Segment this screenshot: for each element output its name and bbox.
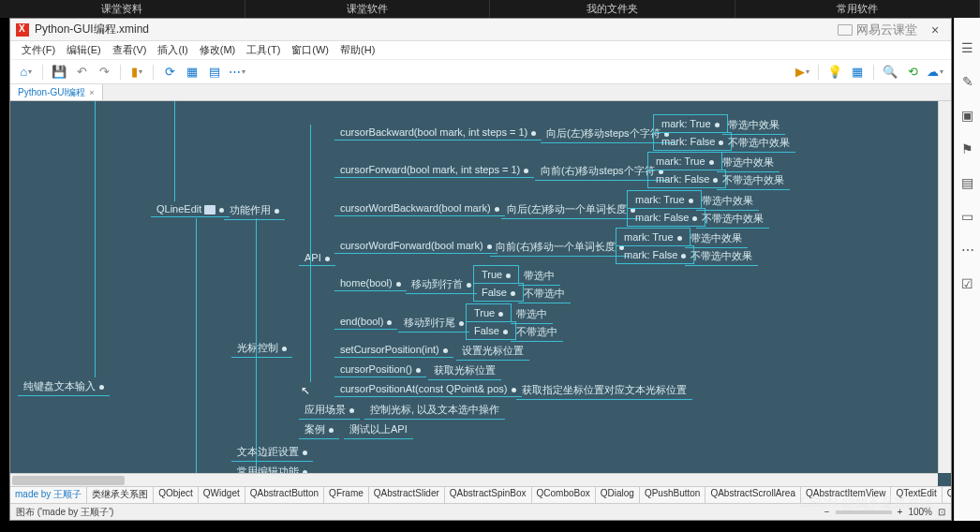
flag-icon[interactable]: ⚑ <box>960 141 975 156</box>
node-app-scene[interactable]: 应用场景 <box>299 401 360 420</box>
folder-button[interactable]: ▮ <box>126 63 147 81</box>
search-button[interactable]: 🔍 <box>880 63 900 81</box>
node-cp-desc[interactable]: 获取光标位置 <box>428 362 501 380</box>
node-cwb-desc[interactable]: 向后(左)移动一个单词长度 <box>501 200 641 219</box>
node-scp-desc[interactable]: 设置光标位置 <box>456 342 529 361</box>
scrollbar-thumb[interactable] <box>12 476 125 485</box>
sheet-tab[interactable]: QFrame <box>324 487 369 503</box>
doc-tab-close[interactable]: × <box>89 88 94 97</box>
sheet-tab[interactable]: QAbstractSlider <box>369 487 445 503</box>
redo-button[interactable]: ↷ <box>94 63 114 81</box>
topnav-item[interactable]: 课堂资料 <box>0 0 245 18</box>
node-true-eff[interactable]: 带选中 <box>518 267 560 286</box>
sheet-tab[interactable]: QAbstractScrollArea <box>705 487 801 503</box>
menu-help[interactable]: 帮助(H) <box>334 41 380 59</box>
doc-tab[interactable]: Python-GUI编程 × <box>10 84 103 100</box>
sheet-tab[interactable]: QTextEdit <box>891 487 942 503</box>
node-false[interactable]: False <box>473 283 524 302</box>
menu-view[interactable]: 查看(V) <box>107 41 153 59</box>
node-mt[interactable]: mark: True <box>627 190 702 209</box>
node-true-eff[interactable]: 带选中 <box>511 305 553 324</box>
vertical-scrollbar[interactable] <box>938 101 951 473</box>
menu-modify[interactable]: 修改(M) <box>194 41 242 59</box>
topnav-item[interactable]: 我的文件夹 <box>490 0 735 18</box>
sheet-tab[interactable]: QDialog <box>596 487 640 503</box>
node-mf-eff[interactable]: 不带选中效果 <box>722 134 795 153</box>
node-mf[interactable]: mark: False <box>627 208 705 227</box>
node-home[interactable]: home(bool) <box>334 275 407 291</box>
idea-button[interactable]: 💡 <box>824 63 845 81</box>
sheet-tab[interactable]: 类继承关系图 <box>87 487 154 503</box>
menu-edit[interactable]: 编辑(E) <box>61 41 107 59</box>
node-false-eff[interactable]: 不带选中 <box>511 323 563 342</box>
page-icon[interactable]: ▭ <box>960 209 975 224</box>
node-func[interactable]: 功能作用 <box>224 201 285 220</box>
node-cursor-ctrl[interactable]: 光标控制 <box>231 339 292 358</box>
zoom-out-button[interactable]: − <box>824 507 830 517</box>
refresh-button[interactable]: ⟳ <box>159 63 180 81</box>
node-cwf-desc[interactable]: 向前(右)移动一个单词长度 <box>490 238 630 257</box>
image-icon[interactable]: ▣ <box>960 108 975 123</box>
node-mf-eff[interactable]: 不带选中效果 <box>696 210 769 229</box>
sheet-tab[interactable]: made by 王顺子 <box>10 487 87 503</box>
share-button[interactable]: ⟲ <box>902 63 923 81</box>
node-false[interactable]: False <box>466 321 516 340</box>
sheet-tab[interactable]: QComboBox <box>532 487 596 503</box>
node-root[interactable]: 纯键盘文本输入 <box>18 377 110 396</box>
horizontal-scrollbar[interactable] <box>10 473 938 486</box>
node-case-desc[interactable]: 测试以上API <box>344 421 413 439</box>
undo-button[interactable]: ↶ <box>71 63 92 81</box>
menu-insert[interactable]: 插入(I) <box>152 41 193 59</box>
zoom-in-button[interactable]: + <box>898 507 903 517</box>
node-mf-eff[interactable]: 不带选中效果 <box>717 171 790 190</box>
comment-icon[interactable]: ⋯ <box>960 243 975 258</box>
node-mf[interactable]: mark: False <box>647 170 726 188</box>
task-icon[interactable]: ☑ <box>960 276 975 291</box>
sheet-button[interactable]: ▤ <box>204 63 225 81</box>
sheet-tab[interactable]: QAbstractSpinBox <box>445 487 532 503</box>
sheet-tab[interactable]: QListView <box>943 487 951 503</box>
node-true[interactable]: True <box>466 303 512 322</box>
node-cp[interactable]: cursorPosition() <box>334 362 426 377</box>
node-mf-eff[interactable]: 不带选中效果 <box>685 247 758 266</box>
node-mf[interactable]: mark: False <box>653 132 732 151</box>
note-icon[interactable]: ▤ <box>960 175 975 190</box>
layout-button[interactable]: ▦ <box>182 63 202 81</box>
sheet-tab[interactable]: QAbstractItemView <box>801 487 891 503</box>
node-true[interactable]: True <box>473 265 519 284</box>
node-app-scene-desc[interactable]: 控制光标, 以及文本选中操作 <box>364 401 505 420</box>
window-close-button[interactable]: × <box>925 22 945 37</box>
node-cpa-desc[interactable]: 获取指定坐标位置对应文本光标位置 <box>516 381 692 400</box>
node-text-margin[interactable]: 文本边距设置 <box>231 443 313 462</box>
sheet-tab[interactable]: QAbstractButton <box>245 487 324 503</box>
outline-icon[interactable]: ☰ <box>960 40 975 55</box>
topnav-item[interactable]: 常用软件 <box>735 0 981 18</box>
fit-button[interactable]: ⊡ <box>938 507 945 517</box>
node-mt[interactable]: mark: True <box>653 114 728 133</box>
node-mt[interactable]: mark: True <box>647 152 722 170</box>
node-cf[interactable]: cursorForward(bool mark, int steps = 1) <box>334 162 534 178</box>
node-cwb[interactable]: cursorWordBackward(bool mark) <box>334 200 505 216</box>
node-case[interactable]: 案例 <box>299 421 339 439</box>
menu-file[interactable]: 文件(F) <box>16 41 61 59</box>
node-cwf[interactable]: cursorWordForward(bool mark) <box>334 238 497 254</box>
save-button[interactable]: 💾 <box>49 63 69 81</box>
node-mf[interactable]: mark: False <box>616 245 694 264</box>
node-cpa[interactable]: cursorPositionAt(const QPoint& pos) <box>334 381 522 397</box>
node-end-desc[interactable]: 移动到行尾 <box>398 314 469 332</box>
topnav-item[interactable]: 课堂软件 <box>245 0 491 18</box>
present-button[interactable]: ▶ <box>792 63 812 81</box>
home-button[interactable]: ⌂ <box>16 63 37 81</box>
sheet-tab[interactable]: QObject <box>154 487 199 503</box>
brush-icon[interactable]: ✎ <box>960 74 975 89</box>
menu-window[interactable]: 窗口(W) <box>286 41 334 59</box>
node-cb[interactable]: cursorBackward(bool mark, int steps = 1) <box>334 125 542 140</box>
menu-tools[interactable]: 工具(T) <box>241 41 286 59</box>
sheet-tab[interactable]: QPushButton <box>640 487 705 503</box>
sheet-tab[interactable]: QWidget <box>199 487 245 503</box>
node-api[interactable]: API <box>299 250 335 266</box>
mindmap-canvas[interactable]: 纯键盘文本输入 QLineEdit 功能作用 光标控制 API cursorBa… <box>10 101 951 486</box>
node-false-eff[interactable]: 不带选中 <box>518 285 571 303</box>
node-qlineedit[interactable]: QLineEdit <box>151 201 230 217</box>
node-scp[interactable]: setCursorPosition(int) <box>334 342 453 358</box>
